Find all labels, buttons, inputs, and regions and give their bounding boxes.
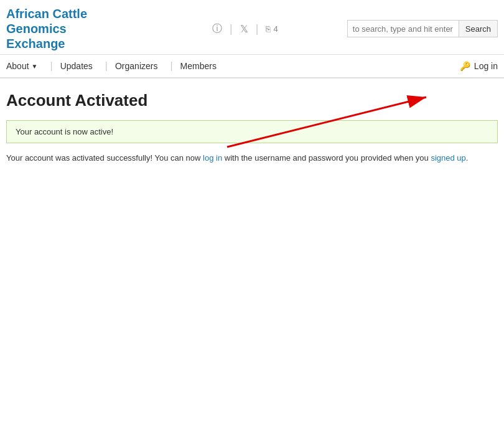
site-title-line2: Exchange (6, 37, 65, 50)
nav-about-label: About (6, 61, 29, 71)
nav-item-about[interactable]: About ▼ (6, 60, 48, 72)
signup-link[interactable]: signed up (431, 153, 465, 163)
nav-sep-1: | (50, 60, 53, 72)
site-title[interactable]: African Cattle Genomics Exchange (6, 6, 143, 51)
nav-sep-2: | (105, 60, 108, 72)
body-text-3: . (466, 153, 469, 163)
nav-organizers-label: Organizers (115, 61, 157, 71)
divider1: | (230, 22, 233, 35)
nav: About ▼ | Updates | Organizers | Members… (0, 55, 504, 78)
key-icon: 🔑 (460, 61, 470, 71)
body-text-2: with the username and password you provi… (222, 153, 431, 163)
info-icon[interactable]: ⓘ (212, 22, 222, 35)
nav-item-members[interactable]: Members (175, 60, 226, 72)
nav-members-label: Members (180, 61, 217, 71)
success-message: Your account is now active! (16, 127, 113, 136)
rss-area[interactable]: ⎘ 4 (266, 24, 278, 34)
body-text-1: Your account was activated successfully!… (6, 153, 203, 163)
search-button[interactable]: Search (459, 20, 498, 37)
nav-item-organizers[interactable]: Organizers (110, 60, 167, 72)
twitter-icon[interactable]: 𝕏 (240, 23, 248, 35)
page-title: Account Activated (6, 91, 498, 110)
rss-icon: ⎘ (266, 24, 271, 34)
search-input[interactable] (347, 20, 459, 37)
nav-item-updates[interactable]: Updates (55, 60, 103, 72)
login-label: Log in (474, 61, 498, 71)
nav-updates-label: Updates (60, 61, 93, 71)
nav-items: About ▼ | Updates | Organizers | Members (6, 60, 460, 72)
main-content: Account Activated Your account is now ac… (0, 78, 504, 171)
search-area: Search (347, 20, 498, 37)
login-link[interactable]: log in (203, 153, 222, 163)
nav-sep-3: | (170, 60, 172, 72)
rss-count-label: 4 (273, 24, 278, 34)
success-detail: Your account was activated successfully!… (6, 152, 498, 164)
site-title-line1: African Cattle Genomics (6, 7, 87, 35)
login-area[interactable]: 🔑 Log in (460, 61, 498, 71)
header: African Cattle Genomics Exchange ⓘ | 𝕏 |… (0, 0, 504, 55)
header-icons: ⓘ | 𝕏 | ⎘ 4 (143, 22, 347, 35)
success-box: Your account is now active! (6, 120, 498, 143)
divider2: | (256, 22, 259, 35)
chevron-down-icon: ▼ (32, 63, 38, 70)
